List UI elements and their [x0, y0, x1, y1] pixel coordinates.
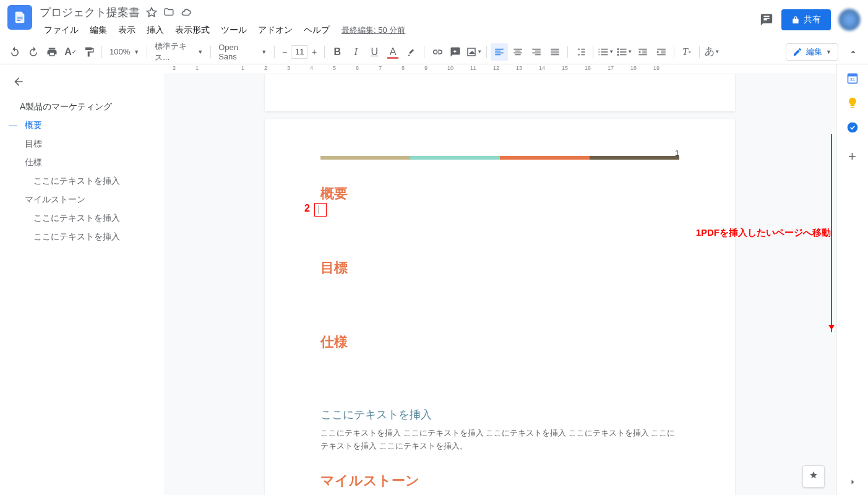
separator	[567, 46, 568, 58]
star-icon[interactable]	[146, 7, 157, 18]
menu-help[interactable]: ヘルプ	[299, 22, 334, 38]
ruler-mark: 2	[173, 65, 176, 71]
svg-rect-8	[848, 74, 857, 76]
cloud-icon[interactable]	[181, 7, 192, 18]
menu-edit[interactable]: 編集	[85, 22, 111, 38]
ruler-mark: 13	[516, 65, 522, 71]
menu-file[interactable]: ファイル	[40, 22, 83, 38]
menu-tools[interactable]: ツール	[217, 22, 251, 38]
page-number: 1	[675, 148, 679, 158]
horizontal-ruler[interactable]: 2112345678910111213141516171819	[164, 64, 836, 74]
addons-plus-icon[interactable]: +	[848, 148, 856, 165]
tasks-icon[interactable]	[846, 121, 859, 134]
document-outline: A製品のマーケティング 概要 目標 仕様 ここにテキストを挿入 マイルストーン …	[0, 64, 164, 495]
align-center-button[interactable]	[509, 43, 526, 61]
align-left-button[interactable]	[491, 43, 508, 61]
link-button[interactable]	[428, 43, 445, 61]
clear-format-button[interactable]: T×	[678, 43, 695, 61]
outline-item-goals[interactable]: 目標	[0, 135, 164, 153]
ruler-mark: 10	[447, 65, 453, 71]
ruler-mark: 6	[356, 65, 359, 71]
align-right-button[interactable]	[528, 43, 545, 61]
menu-addons[interactable]: アドオン	[254, 22, 297, 38]
menu-insert[interactable]: 挿入	[142, 22, 168, 38]
separator	[593, 46, 593, 58]
indent-decrease-button[interactable]	[634, 43, 651, 61]
document-canvas[interactable]: 1 概要 2 目標 仕様 ここにテキストを挿入 ここにテキストを挿入 ここにテキ…	[164, 74, 836, 495]
paint-format-button[interactable]	[80, 43, 98, 61]
outline-title[interactable]: A製品のマーケティング	[0, 98, 164, 116]
side-panel: 31 +	[836, 64, 868, 495]
outline-item-sub3[interactable]: ここにテキストを挿入	[0, 228, 164, 246]
bullet-list-button[interactable]: ▼	[616, 43, 633, 61]
align-justify-button[interactable]	[546, 43, 564, 61]
font-size-input[interactable]	[291, 45, 308, 59]
ruler-mark: 17	[608, 65, 614, 71]
share-label: 共有	[804, 14, 821, 25]
last-edit-link[interactable]: 最終編集: 50 分前	[342, 25, 405, 36]
font-size-control: − +	[278, 45, 320, 59]
svg-rect-0	[17, 17, 22, 17]
side-panel-collapse-icon[interactable]	[847, 476, 858, 488]
document-title[interactable]: プロジェクト提案書	[40, 5, 140, 20]
explore-button[interactable]	[802, 465, 825, 488]
heading-spec[interactable]: 仕様	[320, 333, 679, 351]
heading-overview[interactable]: 概要	[320, 184, 679, 203]
comment-button[interactable]	[447, 43, 464, 61]
editing-mode-select[interactable]: 編集 ▼	[786, 43, 838, 61]
separator	[274, 46, 275, 58]
text-color-button[interactable]: A	[384, 43, 402, 61]
font-select[interactable]: Open Sans▼	[215, 43, 270, 61]
subheading-insert[interactable]: ここにテキストを挿入	[320, 407, 679, 422]
heading-milestone[interactable]: マイルストーン	[320, 471, 679, 490]
ruler-mark: 4	[310, 65, 313, 71]
style-select[interactable]: 標準テキス...▼	[151, 43, 207, 61]
share-button[interactable]: 共有	[781, 9, 831, 30]
italic-button[interactable]: I	[347, 43, 364, 61]
zoom-select[interactable]: 100%▼	[106, 43, 143, 61]
outline-back-button[interactable]	[0, 72, 164, 92]
keep-icon[interactable]	[846, 97, 859, 109]
docs-logo[interactable]	[7, 5, 32, 30]
toolbar: A✓ 100%▼ 標準テキス...▼ Open Sans▼ − + B I U …	[0, 40, 868, 64]
input-method-button[interactable]: あ▼	[703, 43, 721, 61]
numbered-list-button[interactable]: ▼	[597, 43, 614, 61]
separator	[486, 46, 487, 58]
page-previous-tail	[265, 74, 735, 111]
calendar-icon[interactable]: 31	[846, 72, 859, 84]
line-spacing-button[interactable]	[572, 43, 589, 61]
annotation-cursor-box	[314, 203, 327, 217]
font-size-decrease[interactable]: −	[278, 45, 291, 59]
image-button[interactable]: ▼	[465, 43, 483, 61]
spellcheck-button[interactable]: A✓	[62, 43, 79, 61]
collapse-toolbar-button[interactable]	[844, 43, 862, 61]
undo-button[interactable]	[6, 43, 24, 61]
menu-format[interactable]: 表示形式	[171, 22, 214, 38]
font-size-increase[interactable]: +	[308, 45, 320, 59]
outline-item-overview[interactable]: 概要	[0, 116, 164, 135]
svg-point-5	[617, 51, 619, 53]
move-icon[interactable]	[163, 7, 174, 18]
ruler-mark: 16	[585, 65, 591, 71]
indent-increase-button[interactable]	[653, 43, 670, 61]
separator	[424, 46, 424, 58]
underline-button[interactable]: U	[366, 43, 383, 61]
paragraph-placeholder[interactable]: ここにテキストを挿入 ここにテキストを挿入 ここにテキストを挿入 ここにテキスト…	[320, 427, 679, 453]
print-button[interactable]	[43, 43, 61, 61]
comments-icon[interactable]	[759, 12, 774, 27]
svg-point-10	[847, 123, 857, 133]
bold-button[interactable]: B	[329, 43, 346, 61]
outline-item-sub1[interactable]: ここにテキストを挿入	[0, 172, 164, 191]
heading-goals[interactable]: 目標	[320, 259, 679, 277]
editor-area: 2112345678910111213141516171819 1 概要 2 目…	[164, 64, 836, 495]
highlight-button[interactable]	[403, 43, 420, 61]
ruler-mark: 5	[333, 65, 336, 71]
outline-item-milestone[interactable]: マイルストーン	[0, 191, 164, 209]
user-avatar[interactable]	[838, 9, 861, 31]
menu-view[interactable]: 表示	[114, 22, 140, 38]
ruler-mark: 1	[196, 65, 199, 71]
ruler-mark: 1	[241, 65, 244, 71]
outline-item-spec[interactable]: 仕様	[0, 153, 164, 172]
redo-button[interactable]	[25, 43, 42, 61]
outline-item-sub2[interactable]: ここにテキストを挿入	[0, 209, 164, 228]
